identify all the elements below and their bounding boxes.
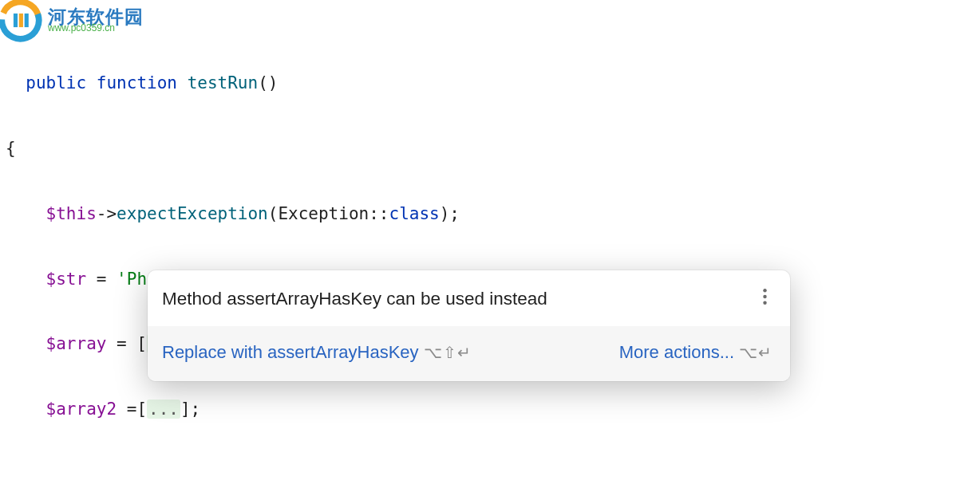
code-line[interactable]: $this->expectException(Exception::class)… — [4, 198, 980, 230]
method-name: testRun — [188, 73, 259, 93]
svg-point-6 — [763, 295, 766, 298]
quickfix-replace-action[interactable]: Replace with assertArrayHasKey⌥⇧↵ — [162, 336, 472, 370]
quickfix-header: Method assertArrayHasKey can be used ins… — [148, 270, 790, 326]
quickfix-popup: Method assertArrayHasKey can be used ins… — [148, 270, 790, 381]
code-line[interactable]: $array2 =[...]; — [4, 393, 980, 426]
variable: $array2 — [46, 400, 117, 419]
keyword: public — [26, 73, 86, 93]
variable: $array — [46, 334, 107, 353]
quickfix-footer: Replace with assertArrayHasKey⌥⇧↵ More a… — [148, 326, 790, 381]
text: () — [258, 73, 278, 93]
brace: { — [6, 139, 16, 158]
code-line[interactable] — [4, 459, 980, 491]
variable: $str — [46, 270, 87, 289]
method-call: expectException — [117, 204, 268, 223]
shortcut-hint: ⌥⇧↵ — [424, 344, 472, 361]
code-editor[interactable]: public function testRun() { $this->expec… — [0, 0, 980, 496]
svg-point-5 — [763, 289, 766, 292]
code-line[interactable]: { — [4, 132, 980, 165]
keyword: class — [389, 204, 440, 223]
code-line[interactable]: public function testRun() — [4, 67, 980, 100]
quickfix-title: Method assertArrayHasKey can be used ins… — [162, 281, 757, 317]
more-options-icon[interactable] — [757, 281, 773, 317]
svg-point-7 — [763, 301, 766, 305]
fold-indicator[interactable]: ... — [147, 400, 180, 419]
quickfix-more-actions[interactable]: More actions...⌥↵ — [619, 336, 773, 370]
keyword: function — [97, 73, 177, 93]
shortcut-hint: ⌥↵ — [739, 344, 773, 361]
class-ref: Exception — [278, 204, 369, 223]
variable: $this — [46, 204, 97, 223]
